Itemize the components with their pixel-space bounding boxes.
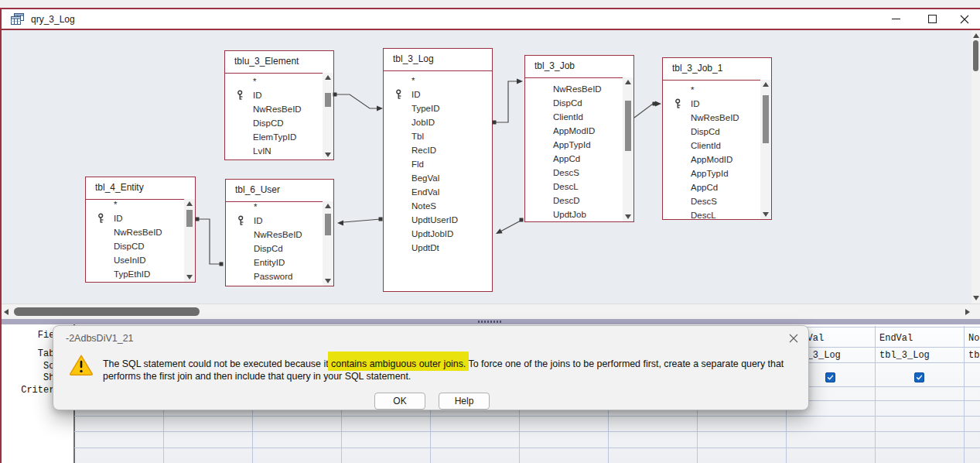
field-row-NwResBeID[interactable]: NwResBeID <box>86 225 183 239</box>
table-scroll-thumb[interactable] <box>186 210 193 227</box>
scroll-down-icon[interactable] <box>325 279 331 283</box>
field-row-NwResBeID[interactable]: NwResBeID <box>663 111 760 125</box>
field-row-DispCD[interactable]: DispCD <box>86 239 183 253</box>
grid-table-cell[interactable]: tbl_3_Log <box>968 348 980 363</box>
table-scrollbar[interactable] <box>623 77 633 221</box>
field-row-Password[interactable]: Password <box>226 269 322 283</box>
field-row-DispCD[interactable]: DispCD <box>225 116 322 130</box>
field-row-UseInID[interactable]: UseInID <box>86 253 183 267</box>
table-scrollbar[interactable] <box>323 201 333 286</box>
table-scrollbar[interactable] <box>323 73 333 159</box>
field-row-UpdtDt[interactable]: UpdtDt <box>384 241 490 255</box>
grid-table-cell[interactable]: tbl_3_Log <box>879 348 930 363</box>
join-line-tblu_3_Element-tbl_3_Log[interactable] <box>333 93 384 111</box>
field-row-ID[interactable]: ID <box>384 87 490 101</box>
diagram-horizontal-scrollbar[interactable] <box>0 304 980 319</box>
show-checkbox[interactable] <box>914 372 924 382</box>
join-line-tbl_3_Log-tbl_6_User[interactable] <box>337 218 383 226</box>
field-row-AppTypId[interactable]: AppTypId <box>525 138 622 152</box>
field-row-BegVal[interactable]: BegVal <box>384 171 490 185</box>
field-row-NoteS[interactable]: NoteS <box>384 199 490 213</box>
table-box-tbl_6_User[interactable]: tbl_6_User*IDNwResBeIDDispCdEntityIDPass… <box>225 179 334 286</box>
join-line-tbl_3_Job-tbl_3_Job_1[interactable] <box>634 101 661 118</box>
table-scrollbar[interactable] <box>760 80 771 219</box>
horizontal-scroll-thumb[interactable] <box>14 307 200 316</box>
field-row-EndVal[interactable]: EndVal <box>384 185 490 199</box>
field-row-Fld[interactable]: Fld <box>384 157 490 171</box>
field-row-AppCd[interactable]: AppCd <box>525 152 622 166</box>
field-row-DescS[interactable]: DescS <box>663 194 760 208</box>
field-row-NwResBeID[interactable]: NwResBeID <box>525 82 622 96</box>
table-scroll-thumb[interactable] <box>325 214 331 235</box>
ok-button[interactable]: OK <box>374 393 425 410</box>
help-button[interactable]: Help <box>439 393 490 410</box>
table-title[interactable]: tblu_3_Element <box>225 51 333 74</box>
field-row-NwResBeID[interactable]: NwResBeID <box>226 228 322 242</box>
field-row-DispCd[interactable]: DispCd <box>525 96 622 110</box>
field-row-star[interactable]: * <box>384 74 490 87</box>
table-box-tbl_4_Entity[interactable]: tbl_4_Entity*IDNwResBeIDDispCDUseInIDTyp… <box>85 177 196 283</box>
join-line-tbl_3_Log-tbl_3_Job[interactable] <box>493 79 524 125</box>
field-row-UpdtJob[interactable]: UpdtJob <box>525 207 622 221</box>
scroll-up-icon[interactable] <box>325 204 331 208</box>
field-row-Tbl[interactable]: Tbl <box>384 129 490 143</box>
scroll-up-icon[interactable] <box>325 75 331 80</box>
diagram-vertical-scrollbar[interactable] <box>971 30 980 304</box>
table-scroll-thumb[interactable] <box>325 93 331 107</box>
field-row-ClientId[interactable]: ClientId <box>525 110 622 124</box>
field-row-RecID[interactable]: RecID <box>384 143 490 157</box>
field-row-UpdtJobID[interactable]: UpdtJobID <box>384 227 490 241</box>
field-row-AppTypId[interactable]: AppTypId <box>663 166 760 180</box>
minimize-button[interactable] <box>878 9 913 29</box>
close-button[interactable] <box>949 9 980 29</box>
table-box-tbl_3_Job[interactable]: tbl_3_JobNwResBeIDDispCdClientIdAppModID… <box>524 55 634 222</box>
scroll-down-icon[interactable] <box>186 275 193 280</box>
field-row-DispCd[interactable]: DispCd <box>226 242 322 256</box>
scroll-right-icon[interactable] <box>965 309 970 315</box>
table-box-tbl_3_Job_1[interactable]: tbl_3_Job_1*IDNwResBeIDDispCdClientIdApp… <box>662 57 772 220</box>
scroll-up-icon[interactable] <box>625 80 631 84</box>
show-checkbox[interactable] <box>825 372 835 382</box>
table-title[interactable]: tbl_6_User <box>226 180 333 202</box>
table-title[interactable]: tbl_4_Entity <box>86 177 195 200</box>
field-row-UpdtUserID[interactable]: UpdtUserID <box>384 213 490 227</box>
field-row-star[interactable]: * <box>226 200 322 214</box>
scroll-up-icon[interactable] <box>186 201 193 206</box>
field-row-ElemTypID[interactable]: ElemTypID <box>225 130 322 144</box>
field-row-star[interactable]: * <box>86 197 183 211</box>
table-title[interactable]: tbl_3_Log <box>384 49 492 71</box>
field-row-DescS[interactable]: DescS <box>525 166 622 180</box>
field-row-EntityID[interactable]: EntityID <box>226 256 322 269</box>
scroll-up-icon[interactable] <box>763 82 769 87</box>
table-title[interactable]: tbl_3_Job_1 <box>663 58 771 81</box>
table-scrollbar[interactable] <box>184 199 195 282</box>
field-row-AppCd[interactable]: AppCd <box>663 180 760 194</box>
field-row-AppModID[interactable]: AppModID <box>525 124 622 138</box>
scroll-up-icon[interactable] <box>973 33 979 38</box>
scroll-down-icon[interactable] <box>973 296 979 300</box>
pane-splitter[interactable] <box>0 319 980 324</box>
field-row-star[interactable]: * <box>663 83 760 97</box>
field-row-ClientId[interactable]: ClientId <box>663 139 760 153</box>
field-row-JobID[interactable]: JobID <box>384 115 490 129</box>
scroll-down-icon[interactable] <box>625 214 631 219</box>
dialog-close-icon[interactable] <box>787 331 801 345</box>
field-row-NwResBeID[interactable]: NwResBeID <box>225 102 322 116</box>
table-box-tblu_3_Element[interactable]: tblu_3_Element*IDNwResBeIDDispCDElemTypI… <box>224 50 334 160</box>
scroll-down-icon[interactable] <box>325 153 331 157</box>
field-row-ID[interactable]: ID <box>225 88 322 102</box>
scroll-down-icon[interactable] <box>763 212 769 217</box>
field-row-DescL[interactable]: DescL <box>663 208 760 222</box>
vertical-scroll-thumb[interactable] <box>973 40 978 71</box>
field-row-LvIN[interactable]: LvIN <box>225 144 322 158</box>
field-row-star[interactable]: * <box>225 74 322 88</box>
table-box-tbl_3_Log[interactable]: tbl_3_Log*IDTypeIDJobIDTblRecIDFldBegVal… <box>383 48 493 292</box>
join-line-tbl_4_Entity-tbl_6_User[interactable] <box>196 218 224 266</box>
field-row-TypeID[interactable]: TypeID <box>384 101 490 115</box>
join-line-tbl_3_Log-tbl_3_Job[interactable] <box>496 218 524 235</box>
table-scroll-thumb[interactable] <box>763 95 769 143</box>
table-scroll-thumb[interactable] <box>625 101 631 151</box>
table-title[interactable]: tbl_3_Job <box>525 56 633 78</box>
field-row-ID[interactable]: ID <box>86 211 183 225</box>
field-row-DescD[interactable]: DescD <box>525 194 622 207</box>
